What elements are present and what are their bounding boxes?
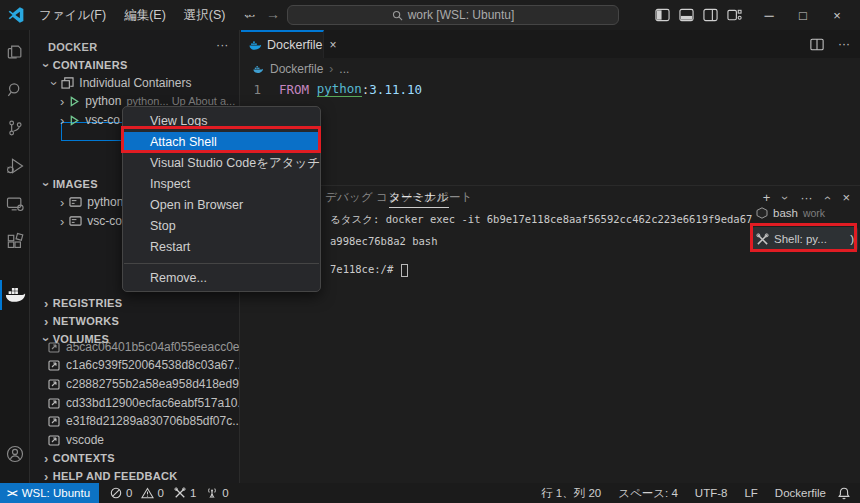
editor-more-icon[interactable]: ··· bbox=[838, 37, 850, 51]
nav-forward-icon[interactable]: → bbox=[266, 6, 280, 22]
menu-file[interactable]: ファイル(F) bbox=[30, 4, 115, 26]
menu-separator bbox=[124, 263, 319, 264]
toggle-secondary-sidebar-icon[interactable] bbox=[698, 0, 722, 30]
terminal-list-item-bash[interactable]: bash work bbox=[752, 202, 858, 224]
tree-item-volume[interactable]: cd33bd12900ecfac6eabf517a10... bbox=[48, 394, 240, 412]
run-debug-icon[interactable] bbox=[3, 154, 27, 178]
menu-selection[interactable]: 選択(S) bbox=[175, 4, 235, 26]
explorer-icon[interactable] bbox=[3, 40, 27, 64]
terminal-output-line: るタスク: docker exec -it 6b9e17e118ce8aaf56… bbox=[330, 213, 752, 227]
image-icon bbox=[69, 196, 82, 208]
tree-item-volume[interactable]: c1a6c939f520064538d8c03a67... bbox=[48, 356, 240, 374]
remote-indicator[interactable]: >< WSL: Ubuntu bbox=[0, 483, 99, 503]
sidebar-more-icon[interactable]: ··· bbox=[216, 38, 229, 52]
docker-file-icon bbox=[248, 39, 262, 51]
docker-file-icon bbox=[252, 64, 264, 74]
volume-icon bbox=[48, 415, 60, 427]
chevron-right-icon: › bbox=[44, 470, 49, 483]
search-view-icon[interactable] bbox=[3, 78, 27, 102]
section-contexts[interactable]: › CONTEXTS bbox=[44, 449, 115, 467]
menu-item-inspect[interactable]: Inspect bbox=[123, 174, 320, 195]
tree-item-volume[interactable]: vscode bbox=[48, 431, 104, 449]
toggle-sidebar-icon[interactable] bbox=[650, 0, 674, 30]
running-tasks-indicator[interactable]: 1 bbox=[169, 487, 201, 499]
tree-item-volume[interactable]: a5cac06401b5c04af055eeacc0e... bbox=[48, 341, 240, 353]
running-container-icon bbox=[69, 96, 80, 107]
vscode-logo-icon bbox=[8, 7, 24, 23]
menu-edit[interactable]: 編集(E) bbox=[115, 4, 175, 26]
tree-item-volume[interactable]: c28882755b2a58ea958d418ed9... bbox=[48, 375, 240, 393]
active-view-indicator bbox=[0, 280, 2, 310]
code-image-name: python bbox=[317, 81, 362, 97]
remote-explorer-icon[interactable] bbox=[3, 192, 27, 216]
minimize-button[interactable]: ─ bbox=[752, 0, 786, 30]
menu-item-remove[interactable]: Remove... bbox=[123, 268, 320, 289]
encoding[interactable]: UTF-8 bbox=[690, 487, 733, 499]
maximize-button[interactable]: □ bbox=[786, 0, 820, 30]
tree-item-image-vsc[interactable]: › vsc-cod bbox=[60, 212, 129, 230]
indentation[interactable]: スペース: 4 bbox=[613, 486, 683, 501]
problems-indicator[interactable]: 0 0 bbox=[105, 487, 169, 499]
command-center-search[interactable]: work [WSL: Ubuntu] bbox=[287, 5, 619, 25]
radio-tower-icon bbox=[206, 487, 218, 499]
line-number: 1 bbox=[241, 82, 279, 97]
accounts-icon[interactable] bbox=[3, 442, 27, 466]
terminal-dropdown-icon[interactable]: › bbox=[779, 196, 791, 200]
chevron-right-icon: › bbox=[60, 114, 64, 127]
cursor-position[interactable]: 行 1、列 20 bbox=[536, 486, 606, 501]
tree-item-image-python[interactable]: › python bbox=[60, 193, 123, 211]
eol-sequence[interactable]: LF bbox=[739, 487, 762, 499]
menu-item-restart[interactable]: Restart bbox=[123, 237, 320, 258]
menu-item-open-in-browser[interactable]: Open in Browser bbox=[123, 195, 320, 216]
split-editor-icon[interactable] bbox=[810, 38, 824, 51]
extensions-icon[interactable] bbox=[3, 230, 27, 254]
section-registries[interactable]: › REGISTRIES bbox=[44, 294, 122, 312]
breadcrumb[interactable]: Dockerfile › ... bbox=[252, 60, 349, 78]
section-containers[interactable]: › CONTAINERS bbox=[44, 56, 128, 74]
language-mode[interactable]: Dockerfile bbox=[770, 487, 831, 499]
tree-item-container-vsc[interactable]: › vsc-co bbox=[60, 111, 120, 129]
chevron-right-icon: › bbox=[60, 95, 64, 108]
tab-dockerfile[interactable]: Dockerfile × bbox=[241, 30, 324, 58]
maximize-panel-icon[interactable]: › bbox=[821, 196, 833, 200]
tab-ports[interactable]: ポート bbox=[437, 190, 473, 208]
section-images[interactable]: › IMAGES bbox=[44, 175, 98, 193]
section-networks[interactable]: › NETWORKS bbox=[44, 312, 119, 330]
breadcrumb-file[interactable]: Dockerfile bbox=[270, 62, 323, 76]
docker-view-icon[interactable] bbox=[3, 282, 27, 306]
tree-item-individual-containers[interactable]: › Individual Containers bbox=[52, 74, 191, 92]
status-bar: >< WSL: Ubuntu 0 0 1 0 行 1、列 20 bbox=[0, 483, 860, 503]
toggle-panel-icon[interactable] bbox=[674, 0, 698, 30]
remote-icon: >< bbox=[7, 488, 17, 499]
breadcrumb-symbol[interactable]: ... bbox=[339, 62, 349, 76]
close-window-button[interactable]: × bbox=[820, 0, 854, 30]
menu-item-attach-vscode[interactable]: Visual Studio Codeをアタッチする bbox=[123, 153, 320, 174]
search-value: work [WSL: Ubuntu] bbox=[408, 8, 515, 22]
code-keyword: FROM bbox=[279, 82, 309, 97]
image-icon bbox=[69, 215, 82, 227]
code-line-1[interactable]: 1 FROM python : 3.11.10 bbox=[241, 80, 422, 98]
volume-icon bbox=[48, 434, 60, 446]
terminal-cwd-label: work bbox=[803, 207, 825, 219]
tree-item-volume[interactable]: e31f8d21289a830706b85df07c... bbox=[48, 412, 240, 430]
activity-bar bbox=[0, 30, 30, 483]
chevron-down-icon: › bbox=[40, 63, 53, 68]
close-tab-icon[interactable]: × bbox=[330, 38, 337, 52]
bash-terminal-icon bbox=[756, 207, 768, 219]
terminal-prompt-line[interactable]: 7e118ce:/# bbox=[330, 263, 408, 277]
nav-back-icon[interactable]: ← bbox=[243, 6, 257, 22]
menu-item-stop[interactable]: Stop bbox=[123, 216, 320, 237]
terminal-output-line: a998ec76b8a2 bash bbox=[330, 235, 437, 247]
chevron-right-icon: › bbox=[329, 62, 333, 76]
annotation-box-shell-terminal bbox=[750, 223, 857, 252]
customize-layout-icon[interactable] bbox=[722, 0, 746, 30]
chevron-down-icon: › bbox=[48, 81, 61, 85]
terminal-cursor bbox=[401, 264, 408, 277]
ports-indicator[interactable]: 0 bbox=[201, 487, 233, 499]
section-help-feedback[interactable]: › HELP AND FEEDBACK bbox=[44, 467, 178, 483]
chevron-right-icon: › bbox=[60, 215, 64, 228]
chevron-right-icon: › bbox=[60, 196, 64, 209]
chevron-down-icon: › bbox=[40, 182, 53, 187]
notifications-bell-icon[interactable] bbox=[838, 487, 850, 500]
source-control-icon[interactable] bbox=[3, 116, 27, 140]
